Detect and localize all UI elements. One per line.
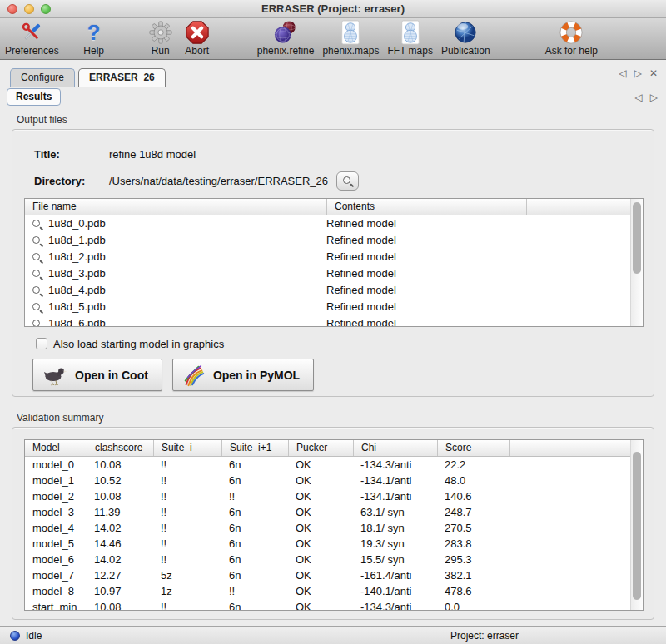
validation-table-scrollbar[interactable]	[630, 440, 643, 610]
validation-cell: 10.08	[87, 599, 153, 610]
minimize-window-button[interactable]	[24, 4, 34, 14]
column-header-clashscore[interactable]: clashscore	[87, 440, 153, 456]
sub-tab-nav: ◁ ▷	[635, 92, 658, 103]
file-name: 1u8d_3.pdb	[48, 265, 106, 282]
file-contents: Refined model	[326, 232, 526, 249]
validation-cell: model_8	[25, 583, 87, 599]
validation-cell: !!	[153, 473, 221, 488]
file-row[interactable]: 1u8d_3.pdbRefined model	[25, 265, 643, 282]
validation-row[interactable]: model_110.52!!6nOK-134.1/anti48.0	[25, 473, 643, 488]
magnifier-icon	[32, 319, 42, 327]
validation-cell: !!	[153, 552, 221, 567]
validation-cell: 22.2	[437, 457, 509, 473]
stop-icon	[184, 19, 211, 46]
toolbar-item-label: Abort	[185, 46, 209, 57]
scrollbar-thumb[interactable]	[633, 452, 641, 600]
close-window-button[interactable]	[7, 4, 17, 14]
file-row[interactable]: 1u8d_5.pdbRefined model	[25, 299, 643, 315]
validation-row[interactable]: model_414.02!!6nOK18.1/ syn270.5	[25, 520, 643, 536]
file-name: 1u8d_1.pdb	[48, 232, 106, 249]
help-button[interactable]: ? Help	[81, 19, 107, 57]
validation-cell: -134.3/anti	[353, 599, 437, 610]
molecule-spheres-icon	[272, 19, 299, 46]
validation-row[interactable]: model_514.46!!6nOK19.3/ syn283.8	[25, 536, 643, 552]
validation-cell: 63.1/ syn	[353, 504, 437, 520]
validation-cell: 6n	[221, 457, 288, 473]
open-in-pymol-button[interactable]: Open in PyMOL	[172, 359, 314, 391]
next-tab-icon[interactable]: ▷	[650, 92, 658, 103]
column-header-model[interactable]: Model	[25, 440, 87, 456]
tab-nav: ◁ ▷ ✕	[619, 67, 658, 79]
validation-row[interactable]: model_614.02!!6nOK15.5/ syn295.3	[25, 552, 643, 567]
validation-cell: OK	[288, 583, 353, 599]
fft-maps-button[interactable]: FFT maps	[387, 19, 432, 57]
validation-cell: model_6	[25, 552, 87, 567]
validation-cell: model_5	[25, 536, 87, 552]
file-row[interactable]: 1u8d_4.pdbRefined model	[25, 282, 643, 299]
next-tab-icon[interactable]: ▷	[634, 67, 642, 79]
validation-cell: !!	[153, 536, 221, 552]
validation-row[interactable]: model_210.08!!!!OK-134.1/anti140.6	[25, 488, 643, 504]
file-table-scrollbar[interactable]	[630, 199, 643, 326]
abort-button[interactable]: Abort	[184, 19, 211, 57]
validation-cell: 6n	[221, 520, 288, 536]
magnifier-icon	[32, 252, 42, 263]
validation-row[interactable]: model_712.275z6nOK-161.4/anti382.1	[25, 567, 643, 583]
validation-cell: 12.27	[87, 567, 153, 583]
validation-row[interactable]: start_min10.08!!6nOK-134.3/anti0.0	[25, 599, 643, 610]
phenix-refine-button[interactable]: phenix.refine	[257, 19, 315, 57]
validation-cell: 140.6	[437, 488, 509, 504]
file-contents: Refined model	[326, 249, 526, 265]
validation-cell: OK	[288, 567, 353, 583]
prev-tab-icon[interactable]: ◁	[635, 92, 643, 103]
phenix-maps-button[interactable]: phenix.maps	[322, 19, 379, 57]
validation-cell: 10.08	[87, 457, 153, 473]
lifesaver-icon	[558, 19, 584, 46]
tab-erraser-26[interactable]: ERRASER_26	[78, 68, 166, 87]
file-contents: Refined model	[326, 299, 526, 315]
tab-results[interactable]: Results	[7, 88, 61, 106]
status-bar: Idle Project: erraser	[0, 626, 666, 644]
validation-row[interactable]: model_311.39!!6nOK63.1/ syn248.7	[25, 504, 643, 520]
preferences-button[interactable]: Preferences	[5, 19, 59, 57]
column-header-chi[interactable]: Chi	[353, 440, 437, 456]
column-header-score[interactable]: Score	[437, 440, 509, 456]
validation-cell: OK	[288, 536, 353, 552]
file-row[interactable]: 1u8d_2.pdbRefined model	[25, 249, 643, 265]
load-starting-model-checkbox[interactable]	[36, 338, 47, 349]
browse-directory-button[interactable]	[336, 171, 359, 191]
validation-row[interactable]: model_810.971z!!OK-140.1/anti478.6	[25, 583, 643, 599]
validation-cell: OK	[288, 599, 353, 610]
validation-table: Model clashscore Suite_i Suite_i+1 Pucke…	[24, 439, 644, 611]
load-starting-model-row: Also load starting model in graphics	[36, 337, 642, 350]
column-header-pucker[interactable]: Pucker	[288, 440, 353, 456]
open-in-coot-button[interactable]: Open in Coot	[32, 359, 162, 391]
close-tab-icon[interactable]: ✕	[649, 67, 658, 79]
status-indicator-icon	[10, 631, 20, 641]
run-button[interactable]: Run	[147, 19, 174, 57]
validation-groupbox: Model clashscore Suite_i Suite_i+1 Pucke…	[12, 427, 654, 620]
publication-button[interactable]: Publication	[441, 19, 490, 57]
zoom-window-button[interactable]	[41, 4, 51, 14]
validation-row[interactable]: model_010.08!!6nOK-134.3/anti22.2	[25, 457, 643, 473]
tab-configure[interactable]: Configure	[10, 68, 75, 87]
validation-cell: 5z	[153, 567, 221, 583]
validation-cell: OK	[288, 473, 353, 488]
validation-cell: model_2	[25, 488, 87, 504]
column-header-contents[interactable]: Contents	[326, 199, 526, 215]
file-row[interactable]: 1u8d_1.pdbRefined model	[25, 232, 643, 249]
file-row[interactable]: 1u8d_6.pdbRefined model	[25, 315, 643, 326]
column-header-suite-i1[interactable]: Suite_i+1	[221, 440, 288, 456]
ask-for-help-button[interactable]: Ask for help	[545, 19, 598, 57]
column-header-suite-i[interactable]: Suite_i	[153, 440, 221, 456]
main-tab-bar: Configure ERRASER_26 ◁ ▷ ✕	[0, 60, 666, 87]
validation-cell: 6n	[221, 473, 288, 488]
scrollbar-thumb[interactable]	[633, 202, 641, 274]
title-row: Title: refine 1u8d model	[34, 145, 642, 163]
column-header-file-name[interactable]: File name	[25, 199, 326, 215]
validation-cell: 382.1	[437, 567, 509, 583]
file-contents: Refined model	[326, 215, 526, 232]
project-label: Project: erraser	[450, 630, 519, 642]
file-row[interactable]: 1u8d_0.pdbRefined model	[25, 215, 643, 232]
prev-tab-icon[interactable]: ◁	[619, 67, 626, 79]
